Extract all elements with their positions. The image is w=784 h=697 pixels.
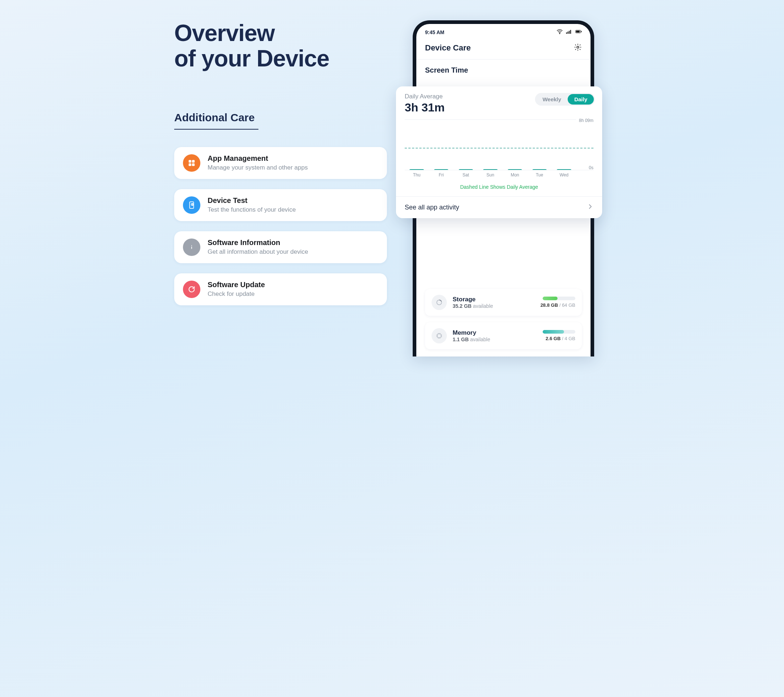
svg-rect-2 [189, 163, 191, 166]
screen-time-chart: 8h 09m 0s ThuFriSatSunMonTueWed [396, 114, 602, 179]
section-title: Additional Care [174, 112, 259, 130]
daily-average-value: 3h 31m [405, 101, 445, 114]
chart-bar-label: Mon [504, 173, 525, 178]
care-item-title: Device Test [208, 196, 296, 205]
storage-card[interactable]: Storage 35.2 GB available 28.8 GB / 64 G… [425, 289, 582, 316]
svg-rect-13 [576, 30, 580, 32]
info-icon [183, 239, 200, 256]
chart-bar-label: Sat [455, 173, 476, 178]
chart-bar-label: Tue [529, 173, 550, 178]
phone-check-icon [183, 196, 200, 214]
memory-card[interactable]: Memory 1.1 GB available 2.6 GB / 4 GB [425, 322, 582, 349]
care-item-subtitle: Manage your system and other apps [208, 164, 308, 171]
chart-bar-label: Wed [553, 173, 575, 178]
storage-progress [543, 297, 575, 300]
svg-rect-9 [568, 31, 568, 34]
chart-ymax: 8h 09m [579, 118, 593, 123]
svg-rect-3 [192, 163, 194, 166]
care-item-software-update[interactable]: Software Update Check for update [174, 274, 387, 305]
chart-bar[interactable] [406, 169, 427, 170]
svg-rect-14 [581, 31, 581, 32]
svg-point-7 [559, 33, 560, 34]
care-item-device-test[interactable]: Device Test Test the functions of your d… [174, 189, 387, 221]
chart-bar-label: Sun [480, 173, 501, 178]
toggle-weekly[interactable]: Weekly [536, 94, 568, 105]
care-list: App Management Manage your system and ot… [174, 147, 387, 305]
signal-icon [566, 29, 572, 35]
care-item-software-information[interactable]: Software Information Get all information… [174, 231, 387, 263]
care-item-title: App Management [208, 154, 308, 163]
care-item-subtitle: Test the functions of your device [208, 206, 296, 213]
chart-bar[interactable] [504, 169, 525, 170]
storage-icon [432, 295, 447, 310]
chart-bar-label: Fri [431, 173, 452, 178]
grid-icon [183, 154, 200, 172]
period-toggle[interactable]: Weekly Daily [535, 93, 595, 105]
svg-rect-10 [569, 31, 570, 34]
screen-time-label: Screen Time [416, 59, 591, 78]
svg-rect-11 [570, 30, 571, 34]
memory-progress [543, 330, 575, 334]
daily-average-label: Daily Average [405, 93, 445, 100]
gear-icon [574, 46, 582, 52]
svg-rect-0 [189, 160, 191, 163]
status-bar: 9:45 AM [416, 24, 591, 38]
screen-time-card: Daily Average 3h 31m Weekly Daily 8h 09m… [396, 86, 602, 218]
chart-bar-label: Thu [406, 173, 427, 178]
status-time: 9:45 AM [425, 30, 444, 35]
svg-rect-8 [566, 32, 567, 34]
svg-point-15 [577, 46, 579, 48]
care-item-title: Software Information [208, 239, 308, 247]
chart-bar[interactable] [431, 169, 452, 170]
page-title: Overview of your Device [174, 20, 387, 71]
battery-icon [575, 29, 582, 35]
page-title-line2: of your Device [174, 45, 329, 71]
memory-icon [432, 328, 447, 343]
settings-button[interactable] [574, 43, 582, 53]
storage-nums: 28.8 GB / 64 GB [540, 302, 575, 308]
care-item-title: Software Update [208, 281, 265, 289]
memory-name: Memory [453, 329, 537, 336]
chart-bar[interactable] [480, 169, 501, 170]
chart-ymin: 0s [589, 165, 593, 170]
chart-bar[interactable] [455, 169, 476, 170]
care-item-subtitle: Get all information about your device [208, 248, 308, 255]
phone-mockup: 9:45 AM Device Care Screen Time [413, 20, 594, 356]
toggle-daily[interactable]: Daily [568, 94, 594, 105]
chart-bar[interactable] [553, 169, 575, 170]
care-item-app-management[interactable]: App Management Manage your system and ot… [174, 147, 387, 179]
app-header-title: Device Care [425, 43, 471, 53]
see-all-label: See all app activity [405, 204, 459, 211]
wifi-icon [557, 29, 563, 35]
svg-rect-1 [192, 160, 194, 163]
chevron-right-icon [587, 203, 593, 212]
care-item-subtitle: Check for update [208, 290, 265, 298]
storage-name: Storage [453, 296, 535, 303]
svg-rect-17 [437, 334, 441, 338]
app-header: Device Care [416, 38, 591, 59]
memory-nums: 2.6 GB / 4 GB [545, 336, 575, 341]
chart-caption: Dashed Line Shows Daily Average [396, 179, 602, 196]
chart-bar[interactable] [529, 169, 550, 170]
refresh-icon [183, 281, 200, 298]
see-all-activity[interactable]: See all app activity [396, 196, 602, 218]
average-line [405, 148, 593, 148]
memory-subtitle: 1.1 GB available [453, 336, 537, 342]
page-title-line1: Overview [174, 20, 275, 46]
storage-subtitle: 35.2 GB available [453, 303, 535, 309]
